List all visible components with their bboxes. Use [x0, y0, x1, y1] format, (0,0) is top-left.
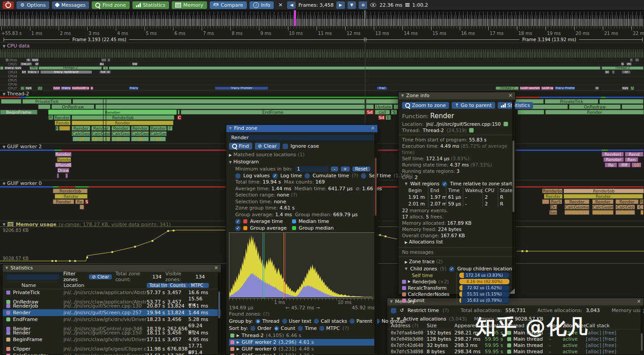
cpu-zone[interactable]: GUIF worker 2	[520, 86, 540, 90]
timeline-zone[interactable]: Render	[48, 110, 177, 115]
timeline-zone[interactable]: C	[637, 205, 644, 210]
timeline-zone[interactable]: Render	[57, 157, 71, 162]
cpu-zone[interactable]	[107, 58, 110, 62]
timeline-zone[interactable]: Render	[131, 126, 149, 131]
statistics-button[interactable]: Statistics	[132, 1, 169, 9]
cpu-zone[interactable]: Thr	[30, 66, 38, 70]
column-location[interactable]: Location	[64, 282, 147, 288]
timeline-zone[interactable]	[517, 110, 544, 115]
timeline-zone[interactable]: 22 C	[111, 137, 130, 141]
statistics-row[interactable]: BeginFrame jni/../jni/src/claw/gfx/drv/v…	[3, 336, 221, 343]
cpu-zone[interactable]	[5, 58, 8, 62]
timeline-zone[interactable]: F	[167, 126, 173, 131]
cpu-zone[interactable]: Tracy	[61, 86, 71, 90]
find-zone-histogram[interactable]	[229, 232, 375, 299]
zoom-to-zone-button[interactable]: Zoom to zone	[402, 102, 449, 109]
cpu-zone[interactable]: bi	[605, 70, 610, 74]
child-zone-row[interactable]: ▶ RenderJob (×2) 4.16 ms (92.60%)	[402, 278, 512, 285]
timeline-zone[interactable]: R	[640, 199, 644, 204]
zone-info-titlebar[interactable]: ▼ Zone info ✕	[398, 92, 515, 99]
timeline-zone[interactable]: 4C 9 C 10	[592, 210, 614, 215]
cpu-zone[interactable]: i	[103, 66, 108, 70]
timeline-zone[interactable]: 26	[131, 137, 149, 141]
messages-button[interactable]: Messages	[52, 1, 89, 9]
ignore-case-checkbox[interactable]	[283, 144, 288, 149]
close-icon[interactable]: ✕	[637, 298, 641, 305]
child-zone-row[interactable]: Submit 35.63 us (0.79%)	[402, 297, 512, 304]
find-zone-button[interactable]: Find zone	[92, 1, 129, 9]
column-call-stack[interactable]: Call stack	[586, 323, 640, 329]
crosshair-button[interactable]: ⊕	[359, 1, 368, 9]
timeline-zone[interactable]	[1, 99, 21, 104]
call-stack-links[interactable]: [alloc] [free]	[586, 336, 640, 342]
cpu-zone[interactable]: Trac	[377, 86, 387, 90]
zoom-down-button[interactable]: ▼	[347, 1, 356, 9]
timeline-zone[interactable]: Sec	[549, 210, 557, 215]
column-counts[interactable]: Counts	[167, 283, 188, 288]
timeline-zone[interactable]: RenderJo	[542, 188, 563, 193]
timeline-zone[interactable]	[366, 104, 374, 109]
found-zone-group-row[interactable]: ▶ GUIF worker 2 (3,296) 4.61 s	[229, 339, 375, 346]
cpu-zone[interactable]: sm	[21, 70, 26, 74]
cpu-zone[interactable]: Thread-2	[496, 86, 519, 90]
child-zones-label[interactable]: Child zones	[410, 265, 437, 272]
timeline-zone[interactable]: OnRedraw	[569, 104, 621, 109]
column-mtpc[interactable]: MTPC	[188, 283, 209, 288]
timeline-zone[interactable]: Render	[91, 126, 110, 131]
frames-overview[interactable]	[0, 10, 644, 26]
cpu-zone[interactable]: Thread-2	[602, 66, 644, 70]
timeline-zone[interactable]: Render	[72, 126, 90, 131]
group-by-option[interactable]: Parent	[350, 318, 372, 325]
timeline-zone[interactable]: Render	[592, 199, 614, 204]
scrollbar-thumb[interactable]	[218, 291, 220, 318]
child-zone-row[interactable]: CalcRenderNodes 51.51 us (1.15%)	[402, 291, 512, 297]
timeline-zone[interactable]: EndFrame	[181, 110, 365, 115]
sort-by-option[interactable]: MTPC	[319, 325, 340, 332]
restrict-time-checkbox[interactable]	[391, 308, 396, 313]
timeline-zone[interactable]: Render	[54, 115, 71, 120]
child-zone-row[interactable]: RecalcTransform 72.92 us (1.62%)	[402, 285, 512, 291]
cpu-zone[interactable]: Tracy Profiler	[215, 86, 268, 90]
wait-region-row[interactable]: 2.01 m2.07 m 59 µs- 2R	[408, 201, 512, 207]
timeline-zone[interactable]: Update	[375, 104, 393, 109]
timeline-zone[interactable]: 8Rend8	[55, 163, 72, 167]
memory-button[interactable]: Memory	[172, 1, 207, 9]
timeline-zone[interactable]: S	[85, 199, 89, 204]
timeline-zone[interactable]: Render	[53, 199, 74, 204]
cpu-zone[interactable]: tracy_syst	[27, 70, 39, 74]
timeline-zone[interactable]: Ren	[625, 157, 638, 162]
group-children-checkbox[interactable]	[449, 266, 454, 272]
find-zone-titlebar[interactable]: ▼ Find zone ✕	[226, 125, 377, 132]
timeline-zone[interactable]: RenderJob	[72, 115, 174, 120]
sort-by-option[interactable]: Order	[250, 325, 271, 332]
timeline-zone[interactable]: Draw	[57, 168, 69, 173]
cpu-zone[interactable]: tA	[38, 86, 42, 90]
timeline-zone[interactable]	[95, 104, 365, 109]
cpu-zone[interactable]: sys	[31, 58, 39, 62]
timeline-zone[interactable]: Rend	[625, 152, 644, 157]
found-zone-group-row[interactable]: ▶ Thread-2 (4,105) 6.46 s	[229, 332, 375, 339]
timeline-zone[interactable]: 16 C C 8	[91, 137, 110, 141]
timeline-zone[interactable]: PrivateTick	[545, 99, 598, 104]
cpu-zone[interactable]	[635, 58, 639, 62]
cpu-zone[interactable]: sys	[622, 86, 629, 90]
scrollbar-thumb[interactable]	[375, 158, 377, 216]
timeline-zone[interactable]: PrivateTick	[22, 99, 72, 104]
timeline-zone[interactable]: RenderJ	[602, 152, 624, 157]
close-icon[interactable]: ✕	[508, 92, 513, 99]
time-relative-checkbox[interactable]	[442, 181, 447, 187]
timeline-zone[interactable]: RenderJo	[55, 152, 72, 157]
timeline-zone[interactable]: Sd	[378, 115, 385, 120]
child-zone-row[interactable]: Self time 172.14 us (3.83%)	[402, 272, 512, 278]
cpu-zone[interactable]: tot_d	[99, 70, 111, 74]
find-button[interactable]: Find	[229, 143, 252, 150]
cpu-zone[interactable]	[109, 66, 601, 70]
timeline-zone[interactable]: CalcGeome	[564, 205, 589, 210]
group-by-option[interactable]: User text	[282, 318, 311, 325]
next-frame-button[interactable]: ▶	[336, 1, 345, 9]
reset-button[interactable]: Reset	[352, 167, 370, 171]
cpu-zone[interactable]: Tracy I	[129, 86, 139, 90]
thread-name[interactable]: Thread-2	[423, 127, 444, 134]
statistics-row[interactable]: Render jni/../jni/src/guif/Screen.cpp:25…	[3, 309, 221, 316]
statistics-row[interactable]: Render jni/../jni/src/guif/Control.cpp:3…	[3, 323, 221, 329]
